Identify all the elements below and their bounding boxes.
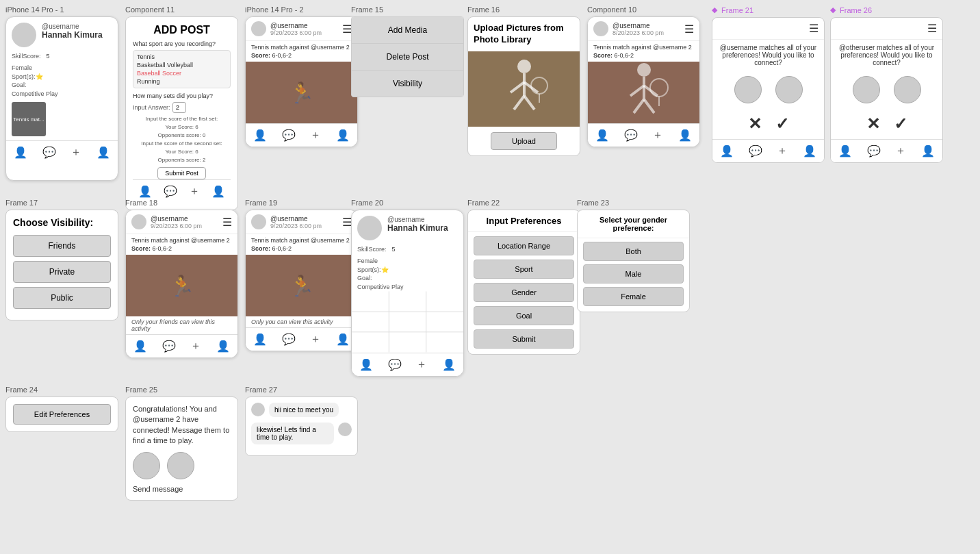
comp10-nav-chat[interactable]: 💬 <box>624 129 638 142</box>
frame19-nav-people[interactable]: 👤 <box>253 333 267 346</box>
iphone2-nav-people[interactable]: 👤 <box>253 129 267 142</box>
nav-people-icon[interactable]: 👤 <box>14 146 27 159</box>
frame20-nav-plus[interactable]: ＋ <box>416 357 427 372</box>
frame18-img: 🏃 <box>126 255 237 316</box>
frame19-vis-note: Only you can view this activity <box>246 316 357 327</box>
comp11-nav-people[interactable]: 👤 <box>138 185 152 198</box>
frame26-nav-plus[interactable]: ＋ <box>895 144 906 158</box>
frame1-profile: @username Hannah Kimura <box>6 17 118 53</box>
iphone2-phone: @username 9/20/2023 6:00 pm ☰ Tennis mat… <box>245 16 358 147</box>
frame21-menu-icon[interactable]: ☰ <box>809 22 818 35</box>
iphone2-nav-profile[interactable]: 👤 <box>336 129 350 142</box>
comp10-nav-people[interactable]: 👤 <box>595 129 609 142</box>
comp10-avatar <box>593 21 608 36</box>
comp11-nav-plus[interactable]: ＋ <box>189 184 200 199</box>
sets-input[interactable]: 2 <box>172 102 186 113</box>
frame22-title: Input Preferences <box>468 210 580 232</box>
frame1-avatar <box>12 23 36 47</box>
frame20-nav-people[interactable]: 👤 <box>359 358 373 371</box>
frame21-reject-btn[interactable]: ✕ <box>748 114 762 134</box>
frame21-nav-plus[interactable]: ＋ <box>777 144 788 158</box>
frame20-username: @username <box>387 216 458 223</box>
nav-chat-icon[interactable]: 💬 <box>42 146 56 159</box>
iphone2-score-bold: Score: <box>251 52 270 59</box>
frame21-accept-btn[interactable]: ✓ <box>775 114 789 134</box>
frame17-label: Frame 17 <box>5 199 118 207</box>
frame18-score-val: 6-0,6-2 <box>153 245 172 252</box>
frame19-nav-plus[interactable]: ＋ <box>310 332 321 347</box>
upload-btn[interactable]: Upload <box>491 132 557 150</box>
comp11-nav-profile[interactable]: 👤 <box>211 185 225 198</box>
comp11-frame: ADD POST What sport are you recording? T… <box>125 16 238 210</box>
delete-post-btn[interactable]: Delete Post <box>352 44 463 71</box>
sport-pref-btn[interactable]: Sport <box>474 260 574 279</box>
nav-profile-icon[interactable]: 👤 <box>96 146 110 159</box>
frame21-avatar1 <box>734 76 762 103</box>
frame18-avatar <box>131 214 146 229</box>
frame1-post-thumb: Tennis mat... <box>12 102 46 136</box>
public-btn[interactable]: Public <box>13 287 111 309</box>
location-range-btn[interactable]: Location Range <box>474 236 574 255</box>
frame26-nav-people[interactable]: 👤 <box>838 144 852 158</box>
frame25-avatar1 <box>133 452 160 479</box>
frame18-menu-icon[interactable]: ☰ <box>222 216 232 229</box>
frame19-nav-profile[interactable]: 👤 <box>336 333 350 346</box>
comp10-nav-profile[interactable]: 👤 <box>678 129 692 142</box>
frame18-nav-chat[interactable]: 💬 <box>162 340 176 353</box>
comp10-menu-icon[interactable]: ☰ <box>684 23 694 36</box>
comp10-nav-plus[interactable]: ＋ <box>652 128 663 142</box>
frame21-nav-profile[interactable]: 👤 <box>803 144 816 158</box>
frame17-frame: Choose Visibility: Friends Private Publi… <box>5 210 118 320</box>
svg-point-14 <box>650 79 668 97</box>
gender-both-btn[interactable]: Both <box>583 242 684 261</box>
frame1-skill-label: SkillScore: <box>12 53 41 60</box>
add-media-btn[interactable]: Add Media <box>352 17 463 44</box>
frame27-avatar1 <box>251 403 265 416</box>
frame20-nav-profile[interactable]: 👤 <box>442 358 456 371</box>
frame26-menu-icon[interactable]: ☰ <box>927 22 937 35</box>
nav-plus-icon[interactable]: ＋ <box>70 145 81 160</box>
frame27-msg1-row: hii nice to meet you <box>251 403 352 417</box>
private-btn[interactable]: Private <box>13 261 111 283</box>
sport-baseball[interactable]: Baseball Soccer <box>137 69 227 77</box>
frame20-sport-info: Female Sport(s):⭐ Goal: Competitive Play <box>352 257 463 291</box>
frame1-skill-row: SkillScore: 5 <box>6 53 118 64</box>
frame19-nav-chat[interactable]: 💬 <box>282 333 296 346</box>
iphone2-nav-plus[interactable]: ＋ <box>310 128 321 142</box>
frame18-label: Frame 18 <box>125 199 238 207</box>
frame21-label: Frame 21 <box>721 6 753 14</box>
frame21-nav-people[interactable]: 👤 <box>720 144 734 158</box>
frame17-title: Choose Visibility: <box>13 217 111 228</box>
frame26-nav-chat[interactable]: 💬 <box>867 144 881 158</box>
frame22-frame: Input Preferences Location Range Sport G… <box>467 210 580 355</box>
iphone2-nav-chat[interactable]: 💬 <box>282 129 296 142</box>
goal-pref-btn[interactable]: Goal <box>474 306 574 325</box>
gender-male-btn[interactable]: Male <box>583 264 684 284</box>
frame1-skill-val: 5 <box>47 53 50 60</box>
frame1-label: iPhone 14 Pro - 1 <box>5 5 118 14</box>
frame26-nav-profile[interactable]: 👤 <box>921 144 935 158</box>
send-message-btn[interactable]: Send message <box>133 485 231 493</box>
submit-post-btn[interactable]: Submit Post <box>157 167 206 179</box>
frame26-accept-btn[interactable]: ✓ <box>894 114 907 134</box>
svg-line-2 <box>511 82 524 92</box>
gender-pref-btn[interactable]: Gender <box>474 283 574 302</box>
svg-point-6 <box>531 77 547 94</box>
frame18-phone: @username 9/20/2023 6:00 pm ☰ Tennis mat… <box>125 210 238 358</box>
frame26-reject-btn[interactable]: ✕ <box>866 114 880 134</box>
pref-submit-btn[interactable]: Submit <box>474 329 574 349</box>
comp11-nav-chat[interactable]: 💬 <box>164 185 177 198</box>
frame18-nav-people[interactable]: 👤 <box>133 340 147 353</box>
frame19-menu-icon[interactable]: ☰ <box>342 216 352 229</box>
frame18-nav-plus[interactable]: ＋ <box>190 339 201 353</box>
gender-female-btn[interactable]: Female <box>583 287 684 306</box>
edit-preferences-btn[interactable]: Edit Preferences <box>13 404 111 425</box>
iphone2-menu-icon[interactable]: ☰ <box>342 23 352 36</box>
friends-btn[interactable]: Friends <box>13 235 111 257</box>
frame20-phone: @username Hannah Kimura SkillScore: 5 Fe… <box>351 210 464 377</box>
frame21-nav-chat[interactable]: 💬 <box>749 144 762 158</box>
frame20-nav-chat[interactable]: 💬 <box>388 358 402 371</box>
frame26-label-row: ◆ Frame 26 <box>830 5 943 14</box>
frame18-nav-profile[interactable]: 👤 <box>216 340 230 353</box>
visibility-btn[interactable]: Visibility <box>352 71 463 97</box>
